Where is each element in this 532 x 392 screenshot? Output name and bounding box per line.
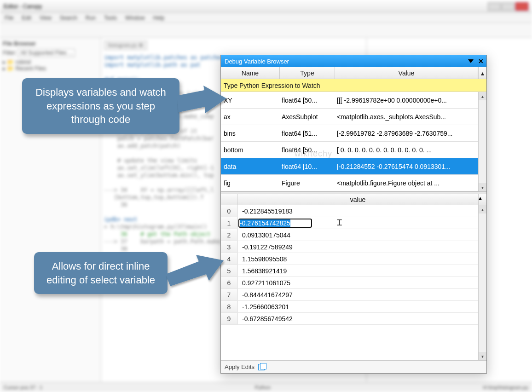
row-index: 0 <box>221 205 237 217</box>
menu-item[interactable]: Search <box>60 15 77 21</box>
grid-row[interactable]: 20.091330175044 <box>221 229 486 241</box>
file-path: H:\tmp\histogram.py <box>483 385 528 390</box>
variable-row[interactable]: bottomfloat64 [50...[ 0. 0. 0. 0. 0. 0. … <box>221 142 486 158</box>
toolbar <box>0 23 532 38</box>
col-value-header[interactable]: Value <box>335 67 478 79</box>
window-buttons <box>488 2 528 11</box>
tree-item[interactable]: ▸ 📁 robind <box>3 59 98 65</box>
grid-scrollbar[interactable]: ▴ ▾ <box>478 205 486 360</box>
var-type: float64 [50... <box>280 97 335 104</box>
copy-icon[interactable] <box>258 364 265 370</box>
cell-value: 1.56838921419 <box>237 265 486 277</box>
watch-expression-input[interactable]: Type Python Expression to Watch <box>221 79 486 92</box>
arrow-icon <box>177 86 227 118</box>
apply-edits-button[interactable]: Apply Edits <box>225 363 254 370</box>
menu-item[interactable]: Window <box>125 15 145 21</box>
grid-scroll-header: ▴ <box>478 194 486 205</box>
var-value: [-2.99619782 -2.87963689 -2.7630759... <box>335 130 486 137</box>
variable-row[interactable]: datafloat64 [10...[-0.21284552 -0.276154… <box>221 158 486 175</box>
maximize-button[interactable] <box>502 2 515 11</box>
dvb-footer: Apply Edits <box>221 360 486 373</box>
variables-scrollbar[interactable]: ▴ ▾ <box>478 92 486 191</box>
col-name-header[interactable]: Name <box>221 67 280 79</box>
debug-variable-browser-panel: Debug Variable Browser ✕ Name Type Value… <box>220 55 487 374</box>
menu-item[interactable]: File <box>5 15 13 21</box>
var-type: Figure <box>280 179 335 187</box>
var-name: fig <box>221 179 280 187</box>
variable-row[interactable]: figFigure<matplotlib.figure.Figure objec… <box>221 175 486 191</box>
dropdown-icon[interactable] <box>468 59 474 63</box>
var-value: <matplotlib.figure.Figure object at ... <box>335 179 486 187</box>
grid-row[interactable]: 41.15598095508 <box>221 253 486 265</box>
editor-tab[interactable]: histogram.py ⊗ <box>104 40 147 50</box>
variable-row[interactable]: binsfloat64 [51...[-2.99619782 -2.879636… <box>221 125 486 142</box>
close-icon[interactable]: ✕ <box>478 58 484 65</box>
row-index: 8 <box>221 301 237 312</box>
cell-value: -0.844441674297 <box>237 289 486 300</box>
dvb-titlebar[interactable]: Debug Variable Browser ✕ <box>221 55 486 67</box>
arrow-icon <box>166 252 226 289</box>
variable-row[interactable]: axAxesSubplot<matplotlib.axes._subplots.… <box>221 109 486 125</box>
cell-value: 0.927211061075 <box>237 277 486 288</box>
menu-item[interactable]: Run <box>86 15 96 21</box>
menu-item[interactable]: View <box>40 15 52 21</box>
var-value: [ 0. 0. 0. 0. 0. 0. 0. 0. 0. 0. 0. 0. ..… <box>335 146 486 154</box>
grid-row[interactable]: 1Ꮖ <box>221 217 486 229</box>
var-value: <matplotlib.axes._subplots.AxesSub... <box>335 113 486 121</box>
var-type: AxesSubplot <box>280 113 335 121</box>
grid-row[interactable]: 0-0.212845519183 <box>221 205 486 217</box>
filter-label: Filter: <box>3 50 17 56</box>
grid-row[interactable]: 9-0.672856749542 <box>221 313 486 325</box>
cursor-pos: Cursor pos 37 : 1 <box>4 385 42 390</box>
minimize-button[interactable] <box>488 2 501 11</box>
cell-value: -1.25660063201 <box>237 301 486 312</box>
grid-row[interactable]: 8-1.25660063201 <box>221 301 486 313</box>
grid-value-header[interactable]: value <box>237 194 478 205</box>
var-name: XY <box>221 97 280 104</box>
variable-row[interactable]: XYfloat64 [50...[[[ -2.99619782e+00 0.00… <box>221 92 486 109</box>
window-titlebar: Editor - Canopy <box>0 0 532 13</box>
scroll-up-icon[interactable]: ▴ <box>479 92 486 100</box>
menu-item[interactable]: Tools <box>104 15 117 21</box>
row-index: 9 <box>221 313 237 324</box>
language-indicator: Python <box>255 385 271 390</box>
window-title: Editor - Canopy <box>4 3 42 10</box>
grid-row[interactable]: 51.56838921419 <box>221 265 486 277</box>
var-name: bins <box>221 130 280 137</box>
row-index: 1 <box>221 217 237 229</box>
cell-value: -0.212845519183 <box>237 205 486 217</box>
close-button[interactable] <box>515 2 528 11</box>
row-index: 3 <box>221 241 237 253</box>
var-name: bottom <box>221 146 280 154</box>
var-value: [[[ -2.99619782e+00 0.00000000e+0... <box>335 97 486 104</box>
scrollbar-header: ▴ <box>478 67 486 79</box>
grid-row[interactable]: 7-0.844441674297 <box>221 289 486 301</box>
tree-item[interactable]: ▸ 📁 Recent Files <box>3 65 98 72</box>
cell-value: 1.15598095508 <box>237 253 486 265</box>
menu-item[interactable]: Edit <box>22 15 31 21</box>
scroll-up-icon[interactable]: ▴ <box>479 205 486 213</box>
grid-index-header <box>221 194 237 205</box>
var-value: [-0.21284552 -0.27615474 0.0913301... <box>335 163 486 170</box>
dvb-title: Debug Variable Browser <box>225 58 289 65</box>
callout-top: Displays variables and watch expressions… <box>22 78 179 134</box>
menu-item[interactable]: Help <box>153 15 165 21</box>
grid-row[interactable]: 3-0.191227589249 <box>221 241 486 253</box>
var-type: float64 [51... <box>280 130 335 137</box>
variables-header-row: Name Type Value ▴ <box>221 67 486 79</box>
cell-editor-input[interactable] <box>238 219 312 228</box>
grid-row[interactable]: 60.927211061075 <box>221 277 486 289</box>
filter-value[interactable]: All Supported Files ... <box>18 49 75 57</box>
var-type: float64 [50... <box>280 146 335 154</box>
cell-value: -0.672856749542 <box>237 313 486 324</box>
grid-header-row: value ▴ <box>221 194 486 205</box>
scroll-down-icon[interactable]: ▾ <box>479 183 486 191</box>
svg-marker-1 <box>166 255 224 286</box>
cell-value: 0.091330175044 <box>237 229 486 241</box>
var-name: data <box>221 163 280 170</box>
text-cursor-icon: Ꮖ <box>337 218 342 228</box>
scroll-down-icon[interactable]: ▾ <box>479 352 486 360</box>
grid-body: 0-0.2128455191831Ꮖ20.0913301750443-0.191… <box>221 205 486 360</box>
col-type-header[interactable]: Type <box>280 67 335 79</box>
row-index: 7 <box>221 289 237 300</box>
